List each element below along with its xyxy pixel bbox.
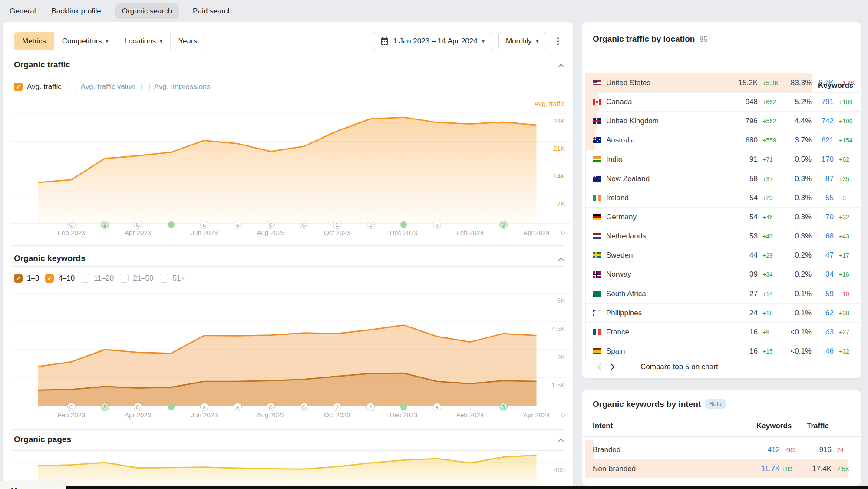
google-update-marker[interactable]: G (67, 403, 76, 411)
keywords-link[interactable]: 8.7K (818, 79, 834, 87)
collapse-pages-chevron-icon[interactable] (558, 438, 564, 443)
toggle-51+[interactable]: 51+ (160, 274, 185, 283)
location-row-united-kingdom[interactable]: United Kingdom796+5624.4%742+100 (582, 112, 861, 131)
toggle-avg-traffic-value[interactable]: Avg. traffic value (68, 83, 135, 91)
traffic-value: 54 (749, 213, 758, 221)
google-update-marker[interactable]: 2 (101, 221, 109, 229)
google-update-marker[interactable]: 2 (333, 221, 341, 229)
toggle-21-50[interactable]: 21–50 (120, 274, 153, 283)
organic-traffic-chart[interactable] (11, 106, 571, 225)
google-update-marker[interactable] (400, 221, 407, 228)
keywords-link[interactable]: 621 (822, 136, 834, 145)
checked-checkbox-icon[interactable]: ✓ (14, 274, 23, 283)
google-update-marker[interactable]: a (200, 403, 208, 411)
collapse-traffic-chevron-icon[interactable] (558, 63, 564, 68)
google-update-marker[interactable]: a (234, 221, 242, 229)
location-row-ireland[interactable]: Ireland54+290.3%55−3 (582, 188, 861, 208)
google-update-marker[interactable]: G (267, 403, 275, 411)
google-update-marker[interactable]: 2 (101, 403, 109, 411)
location-row-canada[interactable]: Canada948+6625.2%791+108 (582, 93, 861, 112)
location-row-philippines[interactable]: Philippines24+180.1%62+38 (582, 304, 861, 323)
tab-paid-search[interactable]: Paid search (191, 3, 234, 19)
unchecked-checkbox-icon[interactable] (81, 274, 89, 283)
keywords-link[interactable]: 742 (822, 117, 834, 126)
google-update-marker[interactable]: a (433, 221, 441, 229)
tab-organic-search[interactable]: Organic search (115, 3, 179, 19)
x-axis-month-label: Feb 2023 (48, 411, 96, 419)
keywords-link[interactable]: 59 (825, 290, 834, 298)
toggle-4-10[interactable]: ✓4–10 (45, 274, 75, 283)
google-update-marker[interactable]: G (67, 221, 76, 229)
google-update-marker[interactable]: 2 (333, 403, 341, 411)
intent-row-non-branded[interactable]: Non-branded11.7K+8317.4K+7.5K (582, 459, 861, 478)
unchecked-checkbox-icon[interactable] (141, 83, 150, 91)
google-update-marker[interactable]: a (234, 403, 242, 411)
keywords-link[interactable]: 70 (825, 213, 834, 221)
google-update-marker[interactable]: G (300, 403, 308, 411)
granularity-dropdown[interactable]: Monthly ▾ (498, 32, 546, 50)
keywords-link[interactable]: 47 (825, 251, 834, 260)
google-update-marker[interactable]: G (134, 221, 142, 229)
more-options-button[interactable] (552, 36, 564, 47)
location-row-new-zealand[interactable]: New Zealand58+370.3%87+35 (582, 169, 861, 188)
competitors-segment[interactable]: Competitors▾ (54, 32, 117, 50)
unchecked-checkbox-icon[interactable] (68, 83, 76, 91)
location-row-sweden[interactable]: Sweden44+290.2%47+17 (582, 246, 861, 265)
keywords-link[interactable]: 62 (825, 309, 834, 317)
google-update-marker[interactable]: G (134, 403, 142, 411)
location-row-united-states[interactable]: United States15.2K+5.3K83.3%8.7K−1.4K (582, 73, 861, 93)
checked-checkbox-icon[interactable]: ✓ (45, 274, 54, 283)
keywords-link[interactable]: 170 (822, 155, 834, 164)
location-row-south-africa[interactable]: South Africa27+140.1%59−10 (582, 284, 861, 304)
keywords-link[interactable]: 11.7K (761, 465, 780, 473)
section-divider (11, 266, 564, 267)
google-update-marker[interactable]: 3 (499, 403, 508, 411)
location-row-norway[interactable]: Norway39+340.2%34+16 (582, 265, 861, 284)
unchecked-checkbox-icon[interactable] (160, 274, 168, 283)
metrics-segment[interactable]: Metrics (14, 32, 54, 50)
collapse-keywords-chevron-icon[interactable] (558, 257, 564, 261)
location-row-netherlands[interactable]: Netherlands53+400.3%68+43 (582, 227, 861, 246)
checked-checkbox-icon[interactable]: ✓ (14, 83, 23, 91)
next-page-button[interactable] (606, 361, 619, 373)
google-update-marker[interactable]: 3 (499, 221, 508, 229)
google-update-marker[interactable] (168, 221, 175, 228)
locations-segment[interactable]: Locations▾ (116, 32, 171, 50)
keywords-link[interactable]: 43 (825, 328, 834, 337)
organic-keywords-chart[interactable] (11, 284, 571, 408)
keywords-link[interactable]: 87 (825, 175, 834, 183)
prev-page-button[interactable] (593, 361, 606, 373)
intent-row-branded[interactable]: Branded412−469916−24 (582, 440, 861, 459)
date-range-picker[interactable]: 1 Jan 2023 – 14 Apr 2024 ▾ (373, 32, 492, 50)
years-segment[interactable]: Years (171, 32, 205, 50)
keywords-link[interactable]: 55 (825, 194, 834, 202)
compare-top5-link[interactable]: Compare top 5 on chart (640, 363, 718, 371)
google-update-marker[interactable] (400, 404, 407, 410)
google-update-marker[interactable]: a (200, 221, 208, 229)
keywords-link[interactable]: 68 (825, 232, 834, 241)
toggle-avg-impressions[interactable]: Avg. Impressions (141, 83, 211, 91)
keywords-link[interactable]: 412 (768, 446, 780, 454)
toggle-avg-traffic[interactable]: ✓Avg. traffic (14, 83, 62, 91)
traffic-change: +15 (762, 348, 773, 355)
location-row-india[interactable]: India91+710.5%170+62 (582, 150, 861, 169)
keywords-link[interactable]: 791 (822, 98, 834, 106)
google-update-marker[interactable]: a (433, 403, 441, 411)
google-update-marker[interactable]: G (300, 221, 308, 229)
tab-general[interactable]: General (8, 3, 37, 19)
location-row-spain[interactable]: Spain16+15<0.1%46+32 (582, 342, 861, 361)
tab-backlink-profile[interactable]: Backlink profile (50, 3, 102, 19)
google-update-marker[interactable]: 2 (366, 221, 375, 229)
toggle-1-3[interactable]: ✓1–3 (14, 274, 39, 283)
keywords-link[interactable]: 34 (825, 270, 834, 279)
organic-pages-chart[interactable] (11, 454, 571, 489)
google-update-marker[interactable]: G (267, 221, 275, 229)
unchecked-checkbox-icon[interactable] (120, 274, 129, 283)
location-row-france[interactable]: France16+9<0.1%43+27 (582, 323, 861, 342)
location-row-germany[interactable]: Germany54+460.3%70+32 (582, 208, 861, 227)
toggle-11-20[interactable]: 11–20 (81, 274, 114, 283)
google-update-marker[interactable] (168, 404, 175, 410)
google-update-marker[interactable]: 2 (366, 403, 375, 411)
location-row-australia[interactable]: Australia680+5593.7%621+154 (582, 131, 861, 150)
keywords-link[interactable]: 46 (825, 347, 834, 356)
